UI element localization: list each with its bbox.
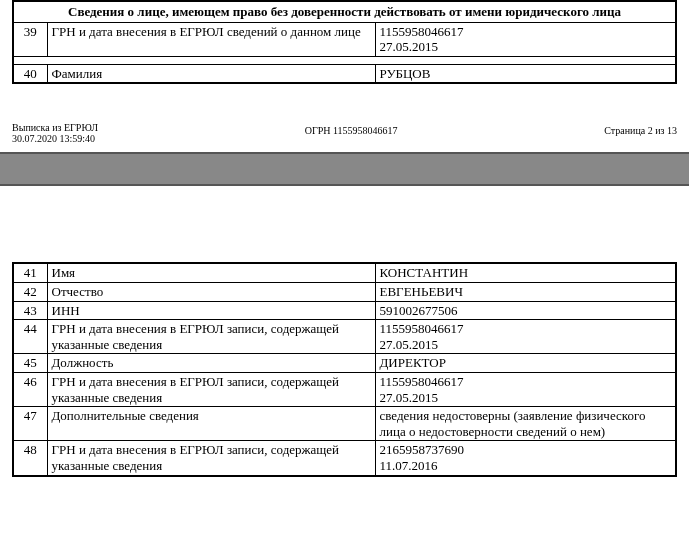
row-label: Отчество (47, 282, 375, 301)
row-label: ГРН и дата внесения в ЕГРЮЛ записи, соде… (47, 372, 375, 406)
row-value: РУБЦОВ (375, 64, 676, 83)
row-value: КОНСТАНТИН (375, 263, 676, 282)
row-label: ИНН (47, 301, 375, 320)
row-value: ДИРЕКТОР (375, 354, 676, 373)
spacer-row (13, 56, 676, 64)
table-row: 42 Отчество ЕВГЕНЬЕВИЧ (13, 282, 676, 301)
row-label: Должность (47, 354, 375, 373)
footer-ogrn: ОГРН 1155958046617 (305, 122, 398, 136)
row-label: ГРН и дата внесения в ЕГРЮЛ сведений о д… (47, 22, 375, 56)
table-row: 46 ГРН и дата внесения в ЕГРЮЛ записи, с… (13, 372, 676, 406)
row-value: 216595873769011.07.2016 (375, 441, 676, 476)
row-value: сведения недостоверны (заявление физичес… (375, 407, 676, 441)
row-value: 115595804661727.05.2015 (375, 22, 676, 56)
table-row: 47 Дополнительные сведения сведения недо… (13, 407, 676, 441)
footer-page-number: Страница 2 из 13 (604, 122, 677, 136)
row-value: 115595804661727.05.2015 (375, 372, 676, 406)
row-number: 41 (13, 263, 47, 282)
section-header: Сведения о лице, имеющем право без довер… (13, 1, 676, 22)
page-break (0, 152, 689, 186)
footer-timestamp: 30.07.2020 13:59:40 (12, 133, 98, 144)
table-row: 39 ГРН и дата внесения в ЕГРЮЛ сведений … (13, 22, 676, 56)
egrul-table-page1: Сведения о лице, имеющем право без довер… (12, 0, 677, 84)
footer-source: Выписка из ЕГРЮЛ (12, 122, 98, 133)
row-label: Дополнительные сведения (47, 407, 375, 441)
row-number: 47 (13, 407, 47, 441)
row-number: 42 (13, 282, 47, 301)
row-number: 45 (13, 354, 47, 373)
table-row: 44 ГРН и дата внесения в ЕГРЮЛ записи, с… (13, 320, 676, 354)
row-value: 591002677506 (375, 301, 676, 320)
row-label: ГРН и дата внесения в ЕГРЮЛ записи, соде… (47, 441, 375, 476)
row-value: ЕВГЕНЬЕВИЧ (375, 282, 676, 301)
row-number: 44 (13, 320, 47, 354)
row-value: 115595804661727.05.2015 (375, 320, 676, 354)
table-row: 41 Имя КОНСТАНТИН (13, 263, 676, 282)
page-footer: Выписка из ЕГРЮЛ 30.07.2020 13:59:40 ОГР… (0, 84, 689, 152)
table-row: 45 Должность ДИРЕКТОР (13, 354, 676, 373)
row-label: Имя (47, 263, 375, 282)
row-label: ГРН и дата внесения в ЕГРЮЛ записи, соде… (47, 320, 375, 354)
row-label: Фамилия (47, 64, 375, 83)
row-number: 39 (13, 22, 47, 56)
table-row: 48 ГРН и дата внесения в ЕГРЮЛ записи, с… (13, 441, 676, 476)
row-number: 43 (13, 301, 47, 320)
row-number: 48 (13, 441, 47, 476)
egrul-table-page2: 41 Имя КОНСТАНТИН 42 Отчество ЕВГЕНЬЕВИЧ… (12, 262, 677, 476)
table-row: 40 Фамилия РУБЦОВ (13, 64, 676, 83)
table-row: 43 ИНН 591002677506 (13, 301, 676, 320)
row-number: 46 (13, 372, 47, 406)
row-number: 40 (13, 64, 47, 83)
